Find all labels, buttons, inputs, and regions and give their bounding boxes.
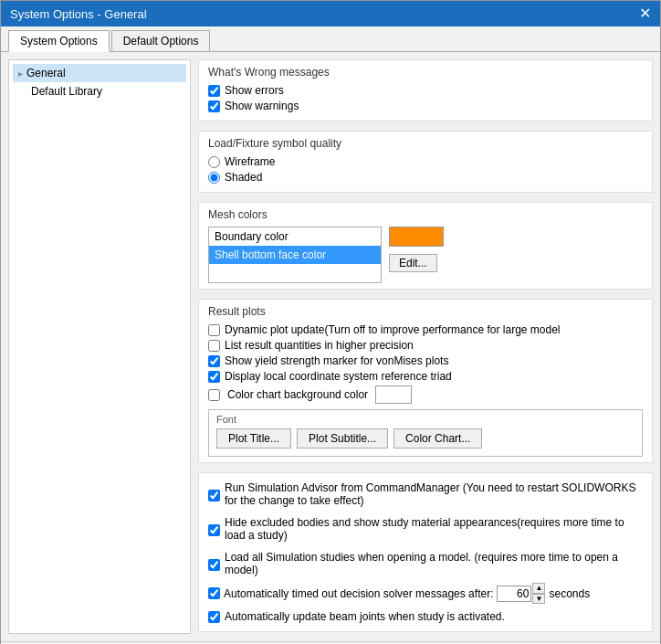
main-content: ▸ General Default Library What's Wrong m… bbox=[1, 52, 660, 641]
show-warnings-label: Show warnings bbox=[225, 100, 299, 112]
tab-default-options[interactable]: Default Options bbox=[111, 30, 211, 51]
sidebar-item-general[interactable]: ▸ General bbox=[13, 64, 186, 82]
display-local-checkbox[interactable] bbox=[208, 371, 220, 383]
load-all-checkbox[interactable] bbox=[208, 559, 220, 571]
color-swatch[interactable] bbox=[389, 227, 444, 247]
mesh-colors-list: Boundary color Shell bottom face color bbox=[208, 227, 382, 283]
seconds-label: seconds bbox=[549, 587, 590, 600]
window-title: System Options - General bbox=[10, 7, 147, 21]
load-fixture-title: Load/Fixture symbol quality bbox=[208, 137, 643, 150]
right-panel: What's Wrong messages Show errors Show w… bbox=[198, 59, 653, 634]
mesh-colors-section: Mesh colors Boundary color Shell bottom … bbox=[198, 202, 653, 290]
load-fixture-section: Load/Fixture symbol quality Wireframe Sh… bbox=[198, 131, 653, 193]
plot-title-button[interactable]: Plot Title... bbox=[216, 428, 291, 449]
show-errors-checkbox[interactable] bbox=[208, 85, 220, 97]
shaded-row: Shaded bbox=[208, 171, 643, 184]
color-chart-button[interactable]: Color Chart... bbox=[393, 428, 482, 449]
close-button[interactable]: ✕ bbox=[639, 6, 651, 21]
mesh-color-controls: Edit... bbox=[389, 227, 444, 272]
show-warnings-checkbox[interactable] bbox=[208, 100, 220, 112]
timed-out-input[interactable]: 60 bbox=[497, 586, 531, 602]
sidebar-item-default-library[interactable]: Default Library bbox=[13, 82, 186, 100]
tab-bar: System Options Default Options bbox=[1, 26, 660, 52]
title-bar: System Options - General ✕ bbox=[1, 1, 660, 26]
load-all-row: Load all Simulation studies when opening… bbox=[208, 551, 643, 576]
list-result-checkbox[interactable] bbox=[208, 340, 220, 352]
plot-subtitle-button[interactable]: Plot Subtitle... bbox=[297, 428, 388, 449]
color-chart-bg-checkbox[interactable] bbox=[208, 389, 220, 401]
sidebar-label-default-library: Default Library bbox=[31, 85, 102, 98]
mesh-list-item-boundary[interactable]: Boundary color bbox=[209, 227, 381, 246]
mesh-list-item-shell[interactable]: Shell bottom face color bbox=[209, 246, 381, 264]
color-chart-bg-label: Color chart background color bbox=[227, 388, 368, 401]
display-local-row: Display local coordinate system referenc… bbox=[208, 370, 643, 383]
show-errors-row: Show errors bbox=[208, 84, 643, 97]
auto-update-beam-row: Automatically update beam joints when st… bbox=[208, 610, 643, 623]
auto-update-beam-checkbox[interactable] bbox=[208, 611, 220, 623]
wireframe-label: Wireframe bbox=[225, 155, 275, 168]
edit-button[interactable]: Edit... bbox=[389, 254, 437, 272]
dynamic-plot-row: Dynamic plot update(Turn off to improve … bbox=[208, 323, 643, 336]
run-simulation-label: Run Simulation Advisor from CommandManag… bbox=[225, 481, 643, 507]
auto-timed-checkbox[interactable] bbox=[208, 587, 220, 599]
dynamic-plot-label: Dynamic plot update(Turn off to improve … bbox=[225, 323, 561, 336]
result-plots-title: Result plots bbox=[208, 305, 643, 318]
result-plots-section: Result plots Dynamic plot update(Turn of… bbox=[198, 299, 653, 463]
list-result-label: List result quantities in higher precisi… bbox=[225, 339, 414, 352]
wireframe-radio[interactable] bbox=[208, 156, 220, 168]
wireframe-row: Wireframe bbox=[208, 155, 643, 168]
font-buttons: Plot Title... Plot Subtitle... Color Cha… bbox=[216, 428, 635, 449]
spinner-group: 60 ▲ ▼ bbox=[497, 583, 545, 604]
mesh-colors-title: Mesh colors bbox=[208, 208, 643, 221]
shaded-label: Shaded bbox=[225, 171, 262, 184]
spinner-up-button[interactable]: ▲ bbox=[532, 583, 545, 594]
whats-wrong-title: What's Wrong messages bbox=[208, 66, 643, 79]
load-all-label: Load all Simulation studies when opening… bbox=[225, 551, 643, 576]
yield-strength-row: Show yield strength marker for vonMises … bbox=[208, 354, 643, 367]
run-simulation-checkbox[interactable] bbox=[208, 490, 220, 501]
auto-update-beam-label: Automatically update beam joints when st… bbox=[225, 610, 505, 623]
sidebar: ▸ General Default Library bbox=[8, 59, 191, 634]
show-errors-label: Show errors bbox=[225, 84, 284, 97]
list-result-row: List result quantities in higher precisi… bbox=[208, 339, 643, 352]
spinner-controls: ▲ ▼ bbox=[532, 583, 545, 604]
sidebar-label-general: General bbox=[26, 67, 66, 79]
tab-system-options[interactable]: System Options bbox=[8, 30, 110, 52]
display-local-label: Display local coordinate system referenc… bbox=[225, 370, 452, 383]
hide-excluded-row: Hide excluded bodies and show study mate… bbox=[208, 516, 643, 542]
mesh-colors-row: Boundary color Shell bottom face color E… bbox=[208, 227, 643, 283]
font-group-label: Font bbox=[216, 414, 635, 425]
hide-excluded-checkbox[interactable] bbox=[208, 524, 220, 536]
font-group: Font Plot Title... Plot Subtitle... Colo… bbox=[208, 409, 643, 457]
dynamic-plot-checkbox[interactable] bbox=[208, 324, 220, 336]
run-simulation-row: Run Simulation Advisor from CommandManag… bbox=[208, 481, 643, 507]
yield-strength-checkbox[interactable] bbox=[208, 355, 220, 367]
shaded-radio[interactable] bbox=[208, 172, 220, 184]
main-window: System Options - General ✕ System Option… bbox=[0, 0, 661, 644]
tree-icon-general: ▸ bbox=[18, 69, 23, 79]
mesh-list-item-empty[interactable] bbox=[209, 264, 381, 282]
auto-timed-label: Automatically timed out decision solver … bbox=[224, 587, 493, 600]
hide-excluded-label: Hide excluded bodies and show study mate… bbox=[225, 516, 643, 542]
timed-out-row: Automatically timed out decision solver … bbox=[208, 583, 643, 604]
whats-wrong-section: What's Wrong messages Show errors Show w… bbox=[198, 59, 653, 121]
bottom-checkboxes-section: Run Simulation Advisor from CommandManag… bbox=[198, 472, 653, 632]
spinner-down-button[interactable]: ▼ bbox=[532, 594, 545, 605]
color-chart-bg-row: Color chart background color bbox=[208, 385, 643, 404]
yield-strength-label: Show yield strength marker for vonMises … bbox=[225, 354, 448, 367]
show-warnings-row: Show warnings bbox=[208, 100, 643, 112]
color-chart-bg-swatch[interactable] bbox=[375, 385, 412, 404]
